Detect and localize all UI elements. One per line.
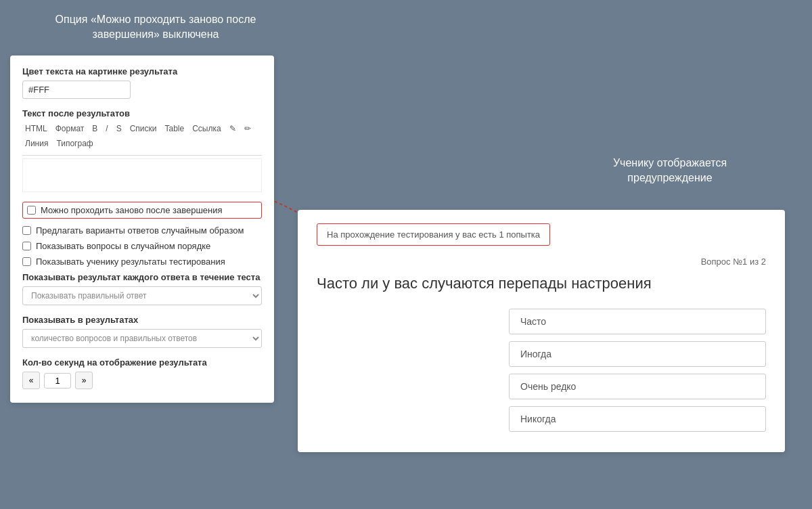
checkbox-retake-label: Можно проходить заново после завершения	[41, 205, 223, 215]
show-in-results-select[interactable]: количество вопросов и правильных ответов	[22, 329, 262, 348]
top-annotation: Опция «Можно проходить заново после заве…	[41, 12, 271, 43]
toolbar-pen2-icon[interactable]: ✏	[242, 123, 254, 135]
answer-option-1[interactable]: Часто	[509, 309, 766, 334]
toolbar-strike[interactable]: S	[114, 123, 125, 135]
checkbox-random-questions-row[interactable]: Показывать вопросы в случайном порядке	[22, 241, 262, 251]
editor-area[interactable]	[22, 158, 262, 192]
show-in-results-label: Показывать в результатах	[22, 315, 262, 325]
toolbar-html[interactable]: HTML	[22, 123, 50, 135]
editor-toolbar: HTML Формат B / S Списки Table Ссылка ✎ …	[22, 123, 262, 156]
answer-option-3[interactable]: Очень редко	[509, 374, 766, 399]
toolbar-link[interactable]: Ссылка	[189, 123, 223, 135]
checkbox-retake[interactable]	[27, 206, 36, 215]
toolbar-lists[interactable]: Списки	[127, 123, 160, 135]
checkbox-show-results-row[interactable]: Показывать ученику результаты тестирован…	[22, 257, 262, 267]
show-result-label: Показывать результат каждого ответа в те…	[22, 272, 262, 282]
warning-box: На прохождение тестирования у вас есть 1…	[317, 223, 550, 246]
checkbox-retake-row[interactable]: Можно проходить заново после завершения	[22, 202, 262, 219]
checkbox-show-results[interactable]	[22, 257, 31, 266]
toolbar-format[interactable]: Формат	[53, 123, 87, 135]
checkbox-random-questions[interactable]	[22, 242, 31, 250]
color-label: Цвет текста на картинке результата	[22, 66, 262, 76]
question-text: Часто ли у вас случаются перепады настро…	[317, 275, 766, 292]
show-result-select[interactable]: Показывать правильный ответ	[22, 286, 262, 305]
right-panel: На прохождение тестирования у вас есть 1…	[298, 210, 785, 452]
warning-text: На прохождение тестирования у вас есть 1…	[327, 229, 540, 240]
answer-option-2[interactable]: Иногда	[509, 341, 766, 367]
color-input[interactable]	[22, 81, 131, 99]
question-meta: Вопрос №1 из 2	[317, 257, 766, 267]
left-panel: Цвет текста на картинке результата Текст…	[10, 56, 274, 403]
checkbox-random-answers[interactable]	[22, 226, 31, 235]
spinner-input[interactable]	[44, 373, 71, 389]
checkbox-random-answers-row[interactable]: Предлагать варианты ответов случайным об…	[22, 225, 262, 236]
seconds-spinner: « »	[22, 372, 262, 389]
toolbar-typograph[interactable]: Типограф	[53, 137, 95, 150]
spinner-decrease[interactable]: «	[22, 372, 40, 389]
checkbox-show-results-label: Показывать ученику результаты тестирован…	[36, 257, 225, 267]
checkbox-random-answers-label: Предлагать варианты ответов случайным об…	[36, 225, 244, 236]
toolbar-bold[interactable]: B	[89, 123, 100, 135]
toolbar-italic[interactable]: /	[103, 123, 110, 135]
answer-option-4[interactable]: Никогда	[509, 406, 766, 432]
seconds-label: Кол-во секунд на отображение результата	[22, 357, 262, 368]
checkbox-random-questions-label: Показывать вопросы в случайном порядке	[36, 241, 210, 251]
toolbar-line[interactable]: Линия	[22, 137, 51, 150]
spinner-increase[interactable]: »	[75, 372, 93, 389]
right-annotation: Ученику отображается предупреждение	[582, 156, 758, 186]
toolbar-table[interactable]: Table	[162, 123, 187, 135]
text-after-results-label: Текст после результатов	[22, 108, 262, 118]
toolbar-pen1-icon[interactable]: ✎	[227, 123, 239, 135]
answer-options: Часто Иногда Очень редко Никогда	[317, 309, 766, 432]
